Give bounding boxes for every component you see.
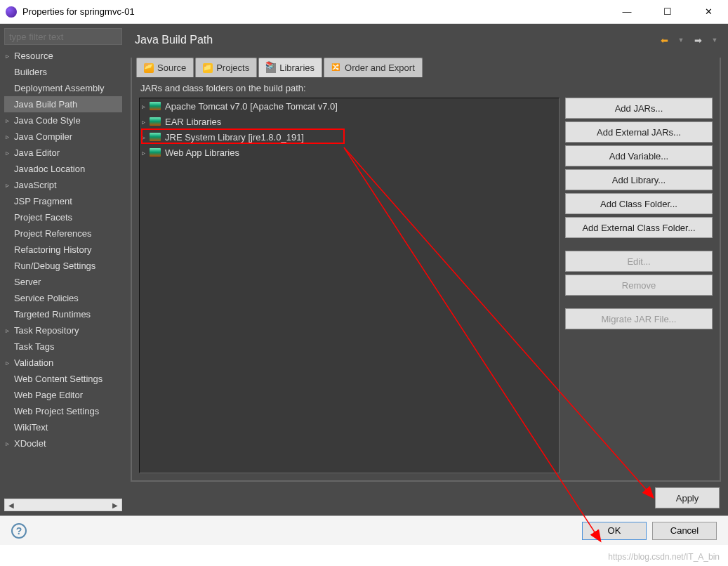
add-variable-button[interactable]: Add Variable... — [565, 145, 713, 166]
tab-source[interactable]: Source — [136, 58, 194, 77]
sidebar-item[interactable]: Web Project Settings — [4, 403, 122, 419]
sidebar-item[interactable]: WikiText — [4, 419, 122, 435]
sidebar-item[interactable]: Java Editor — [4, 145, 122, 161]
dialog-footer: ? OK Cancel — [0, 515, 728, 545]
library-label: EAR Libraries — [165, 117, 221, 127]
watermark: https://blog.csdn.net/IT_A_bin — [608, 552, 720, 562]
library-item[interactable]: EAR Libraries — [140, 114, 559, 129]
page-title: Java Build Path — [131, 34, 658, 46]
scroll-right-icon[interactable]: ▶ — [109, 499, 121, 511]
library-icon — [150, 148, 161, 157]
library-item[interactable]: Apache Tomcat v7.0 [Apache Tomcat v7.0] — [140, 98, 559, 114]
remove-button[interactable]: Remove — [565, 275, 713, 296]
migrate-jar-button[interactable]: Migrate JAR File... — [565, 308, 713, 329]
library-icon — [150, 133, 161, 141]
sidebar-item[interactable]: Project Facets — [4, 209, 122, 225]
sidebar-item[interactable]: Targeted Runtimes — [4, 306, 122, 322]
nav-forward-dropdown-icon[interactable]: ▼ — [708, 34, 721, 46]
edit-button[interactable]: Edit... — [565, 251, 713, 272]
add-external-class-folder-button[interactable]: Add External Class Folder... — [565, 217, 713, 238]
library-label: Web App Libraries — [165, 147, 239, 158]
library-label: Apache Tomcat v7.0 [Apache Tomcat v7.0] — [165, 101, 338, 112]
apply-button[interactable]: Apply — [655, 487, 720, 508]
sidebar-item[interactable]: Server — [4, 274, 122, 290]
sidebar-item[interactable]: XDoclet — [4, 435, 122, 452]
nav-forward-icon[interactable]: ➡ — [691, 34, 704, 46]
nav-back-icon[interactable]: ⬅ — [658, 34, 670, 46]
sidebar-item[interactable]: JavaScript — [4, 177, 122, 193]
add-external-jars-button[interactable]: Add External JARs... — [565, 121, 713, 143]
library-item[interactable]: Web App Libraries — [140, 145, 559, 160]
sidebar-item[interactable]: Builders — [4, 64, 122, 80]
sidebar-item[interactable]: Deployment Assembly — [4, 80, 122, 96]
panel-description: JARs and class folders on the build path… — [132, 77, 720, 98]
close-button[interactable]: ✕ — [694, 2, 722, 22]
minimize-button[interactable]: — — [613, 2, 641, 22]
nav-history: ⬅ ▼ ➡ ▼ — [658, 34, 721, 46]
tab-label: Order and Export — [345, 62, 415, 73]
tab-order-export[interactable]: Order and Export — [324, 58, 423, 77]
title-bar: Properties for springmvc-01 — ☐ ✕ — [0, 0, 728, 24]
library-item[interactable]: JRE System Library [jre1.8.0_191] — [140, 129, 559, 145]
sidebar-item[interactable]: Web Page Editor — [4, 387, 122, 403]
sidebar-item[interactable]: Service Policies — [4, 290, 122, 306]
sidebar-item[interactable]: Task Repository — [4, 322, 122, 338]
projects-icon — [203, 63, 213, 73]
library-icon — [150, 102, 161, 110]
eclipse-icon — [6, 6, 17, 18]
add-library-button[interactable]: Add Library... — [565, 169, 713, 190]
source-icon — [144, 63, 154, 73]
scroll-left-icon[interactable]: ◀ — [5, 499, 18, 511]
libraries-icon — [266, 63, 276, 73]
add-jars-button[interactable]: Add JARs... — [565, 98, 713, 119]
sidebar-item[interactable]: Project References — [4, 225, 122, 242]
sidebar-item[interactable]: Java Build Path — [4, 96, 122, 112]
help-button[interactable]: ? — [11, 523, 27, 539]
sidebar-item[interactable]: Javadoc Location — [4, 161, 122, 177]
nav-back-dropdown-icon[interactable]: ▼ — [675, 34, 687, 46]
ok-button[interactable]: OK — [582, 522, 647, 540]
tab-bar: Source Projects Libraries Order and Expo… — [132, 58, 720, 77]
sidebar-item[interactable]: Web Content Settings — [4, 371, 122, 387]
tab-libraries[interactable]: Libraries — [258, 58, 322, 77]
tab-label: Libraries — [279, 62, 315, 73]
tab-label: Projects — [216, 62, 249, 73]
sidebar-scrollbar[interactable]: ◀ ▶ — [4, 499, 122, 511]
sidebar-item[interactable]: Validation — [4, 355, 122, 371]
maximize-button[interactable]: ☐ — [654, 2, 682, 22]
library-icon — [150, 117, 161, 126]
filter-input[interactable] — [4, 28, 122, 45]
sidebar-item[interactable]: Resource — [4, 48, 122, 64]
sidebar: ResourceBuildersDeployment AssemblyJava … — [0, 24, 126, 515]
add-class-folder-button[interactable]: Add Class Folder... — [565, 193, 713, 214]
tab-label: Source — [157, 62, 186, 73]
sidebar-item[interactable]: Run/Debug Settings — [4, 258, 122, 274]
sidebar-item[interactable]: Task Tags — [4, 338, 122, 355]
sidebar-item[interactable]: Refactoring History — [4, 242, 122, 258]
order-icon — [331, 63, 341, 73]
sidebar-item[interactable]: Java Code Style — [4, 112, 122, 129]
tab-projects[interactable]: Projects — [195, 58, 257, 77]
library-label: JRE System Library [jre1.8.0_191] — [165, 132, 304, 143]
category-tree[interactable]: ResourceBuildersDeployment AssemblyJava … — [4, 48, 122, 499]
sidebar-item[interactable]: Java Compiler — [4, 129, 122, 145]
libraries-tree[interactable]: Apache Tomcat v7.0 [Apache Tomcat v7.0]E… — [139, 98, 560, 473]
main-panel: Java Build Path ⬅ ▼ ➡ ▼ Source Projects — [126, 24, 728, 515]
window-title: Properties for springmvc-01 — [22, 6, 613, 17]
sidebar-item[interactable]: JSP Fragment — [4, 193, 122, 209]
cancel-button[interactable]: Cancel — [652, 522, 717, 540]
